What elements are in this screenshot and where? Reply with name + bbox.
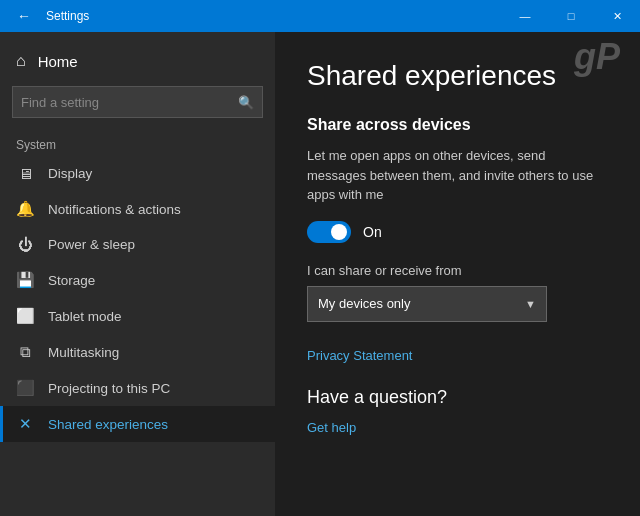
sidebar-item-multitasking[interactable]: ⧉ Multitasking (0, 334, 275, 370)
sidebar-item-notifications[interactable]: 🔔 Notifications & actions (0, 191, 275, 227)
sidebar: ⌂ Home 🔍 System 🖥 Display 🔔 Notification… (0, 32, 275, 516)
titlebar: ← Settings — □ ✕ (0, 0, 640, 32)
toggle-thumb (331, 224, 347, 240)
titlebar-title: Settings (46, 9, 89, 23)
sidebar-item-tablet[interactable]: ⬜ Tablet mode (0, 298, 275, 334)
sidebar-item-shared[interactable]: ✕ Shared experiences (0, 406, 275, 442)
back-button[interactable]: ← (10, 2, 38, 30)
maximize-button[interactable]: □ (548, 0, 594, 32)
storage-icon: 💾 (16, 271, 34, 289)
have-a-question-title: Have a question? (307, 387, 608, 408)
sidebar-item-power[interactable]: ⏻ Power & sleep (0, 227, 275, 262)
page-title: Shared experiences (307, 60, 608, 92)
sidebar-item-storage[interactable]: 💾 Storage (0, 262, 275, 298)
sidebar-home[interactable]: ⌂ Home (0, 42, 275, 80)
get-help-link[interactable]: Get help (307, 420, 356, 435)
sidebar-item-projecting[interactable]: ⬛ Projecting to this PC (0, 370, 275, 406)
sidebar-item-label: Multitasking (48, 345, 119, 360)
display-icon: 🖥 (16, 165, 34, 182)
sidebar-item-label: Display (48, 166, 92, 181)
tablet-icon: ⬜ (16, 307, 34, 325)
dropdown-value: My devices only (318, 296, 410, 311)
projecting-icon: ⬛ (16, 379, 34, 397)
search-icon: 🔍 (238, 95, 254, 110)
home-icon: ⌂ (16, 52, 26, 70)
search-box[interactable]: 🔍 (12, 86, 263, 118)
sidebar-item-label: Notifications & actions (48, 202, 181, 217)
home-label: Home (38, 53, 78, 70)
shared-icon: ✕ (16, 415, 34, 433)
minimize-button[interactable]: — (502, 0, 548, 32)
main-container: ⌂ Home 🔍 System 🖥 Display 🔔 Notification… (0, 32, 640, 516)
notifications-icon: 🔔 (16, 200, 34, 218)
sidebar-item-label: Tablet mode (48, 309, 122, 324)
power-icon: ⏻ (16, 236, 34, 253)
toggle-label: On (363, 224, 382, 240)
description-text: Let me open apps on other devices, send … (307, 146, 608, 205)
content-area: gP Shared experiences Share across devic… (275, 32, 640, 516)
chevron-down-icon: ▼ (525, 298, 536, 310)
gp-watermark: gP (574, 36, 620, 78)
titlebar-left: ← Settings (10, 2, 89, 30)
titlebar-controls: — □ ✕ (502, 0, 640, 32)
sidebar-item-label: Storage (48, 273, 95, 288)
search-input[interactable] (21, 95, 232, 110)
sidebar-item-label: Shared experiences (48, 417, 168, 432)
system-section-label: System (0, 132, 275, 156)
sidebar-item-display[interactable]: 🖥 Display (0, 156, 275, 191)
close-button[interactable]: ✕ (594, 0, 640, 32)
share-from-label: I can share or receive from (307, 263, 608, 278)
back-icon: ← (17, 8, 31, 24)
sidebar-item-label: Projecting to this PC (48, 381, 170, 396)
share-toggle[interactable] (307, 221, 351, 243)
section-title: Share across devices (307, 116, 608, 134)
toggle-row: On (307, 221, 608, 243)
share-from-dropdown[interactable]: My devices only ▼ (307, 286, 547, 322)
sidebar-item-label: Power & sleep (48, 237, 135, 252)
multitasking-icon: ⧉ (16, 343, 34, 361)
privacy-statement-link[interactable]: Privacy Statement (307, 348, 413, 363)
